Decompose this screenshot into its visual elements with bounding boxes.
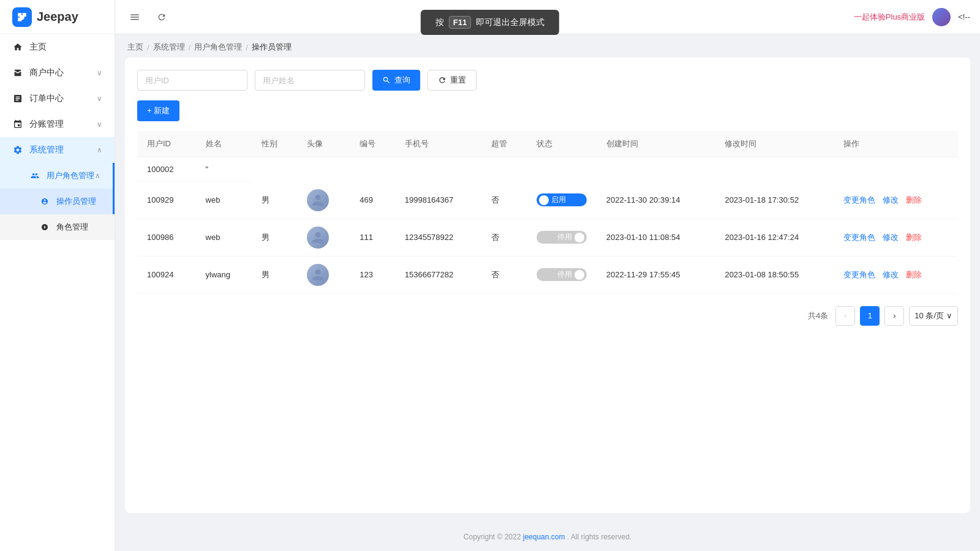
avatar bbox=[307, 227, 329, 249]
cell-userid: 100986 bbox=[137, 219, 196, 256]
content-wrapper: 主页 / 系统管理 / 用户角色管理 / 操作员管理 查询 重置 bbox=[115, 34, 980, 551]
order-icon bbox=[12, 93, 23, 104]
sidebar-item-operator-mgmt[interactable]: 操作员管理 bbox=[0, 189, 115, 214]
sidebar-label-role: 角色管理 bbox=[56, 222, 102, 233]
avatar bbox=[307, 264, 329, 286]
footer-link[interactable]: jeequan.com bbox=[523, 533, 565, 541]
prev-page-button[interactable]: ‹ bbox=[835, 306, 855, 326]
col-name: 姓名 bbox=[196, 131, 252, 157]
col-userid: 用户ID bbox=[137, 131, 196, 157]
sidebar-item-split[interactable]: 分账管理 ∨ bbox=[0, 111, 115, 137]
chevron-down-icon: ∨ bbox=[97, 69, 102, 77]
cell-modified: 2023-01-16 12:47:24 bbox=[715, 219, 834, 256]
cell-phone: 15366677282 bbox=[395, 256, 481, 293]
sidebar-item-system[interactable]: 系统管理 ∧ bbox=[0, 137, 115, 163]
change-role-link[interactable]: 变更角色 bbox=[843, 195, 875, 206]
edit-link[interactable]: 修改 bbox=[883, 269, 899, 280]
breadcrumb: 主页 / 系统管理 / 用户角色管理 / 操作员管理 bbox=[115, 34, 980, 58]
menu-toggle-button[interactable] bbox=[125, 7, 145, 27]
cell-avatar bbox=[297, 219, 350, 256]
search-button[interactable]: 查询 bbox=[372, 70, 420, 91]
content-panel: 查询 重置 + 新建 用户ID 姓名 性别 头像 bbox=[125, 58, 970, 513]
page-size-select[interactable]: 10 条/页 ∨ bbox=[909, 306, 958, 326]
change-role-link[interactable]: 变更角色 bbox=[843, 269, 875, 280]
logo: Jeepay bbox=[0, 0, 115, 34]
cell-super: 否 bbox=[481, 219, 527, 256]
page-size-chevron: ∨ bbox=[946, 311, 952, 320]
logo-text: Jeepay bbox=[37, 10, 78, 24]
cell-gender: 男 bbox=[252, 219, 297, 256]
avatar bbox=[307, 189, 329, 211]
edit-link[interactable]: 修改 bbox=[883, 195, 899, 206]
search-username-input[interactable] bbox=[255, 70, 365, 91]
new-button[interactable]: + 新建 bbox=[137, 100, 179, 121]
chevron-up-icon: ∧ bbox=[97, 146, 102, 154]
main-content: 一起体验Plus商业版 <!-- 按 F11 即可退出全屏模式 主页 / 系统管… bbox=[115, 0, 980, 551]
cell-avatar bbox=[297, 256, 350, 293]
cell-phone: 19998164367 bbox=[395, 182, 481, 219]
cell-userid: 100929 bbox=[137, 182, 196, 219]
breadcrumb-home[interactable]: 主页 bbox=[127, 42, 143, 53]
chevron-down-icon-2: ∨ bbox=[97, 94, 102, 103]
fullscreen-toast: 按 F11 即可退出全屏模式 bbox=[421, 10, 559, 35]
status-toggle[interactable]: 停用 bbox=[537, 268, 587, 281]
col-actions: 操作 bbox=[834, 131, 958, 157]
cell-super: 否 bbox=[481, 256, 527, 293]
footer: Copyright © 2022 jeequan.com . All right… bbox=[115, 523, 980, 551]
page-1-button[interactable]: 1 bbox=[860, 306, 880, 326]
refresh-button[interactable] bbox=[152, 7, 172, 27]
cell-phone: 12345578922 bbox=[395, 219, 481, 256]
header-left bbox=[125, 7, 172, 27]
cell-name: ylwang bbox=[196, 256, 252, 293]
delete-link[interactable]: 删除 bbox=[906, 269, 922, 280]
sidebar-item-home[interactable]: 主页 bbox=[0, 34, 115, 60]
cell-name: web bbox=[196, 182, 252, 219]
delete-link[interactable]: 删除 bbox=[906, 195, 922, 206]
cell-actions: 变更角色 修改 删除 bbox=[834, 256, 958, 293]
table-row: 100002 " bbox=[137, 157, 958, 182]
sidebar-item-merchant[interactable]: 商户中心 ∨ bbox=[0, 60, 115, 86]
pagination: 共4条 ‹ 1 › 10 条/页 ∨ bbox=[137, 306, 958, 326]
sidebar-label-operator: 操作员管理 bbox=[56, 196, 100, 207]
reset-btn-label: 重置 bbox=[450, 75, 466, 86]
cell-name: " bbox=[196, 157, 252, 182]
status-toggle[interactable]: 启用 bbox=[537, 193, 587, 206]
cell-super: 否 bbox=[481, 182, 527, 219]
col-avatar: 头像 bbox=[297, 131, 350, 157]
sep1: / bbox=[147, 43, 149, 52]
breadcrumb-system[interactable]: 系统管理 bbox=[153, 42, 185, 53]
next-page-button[interactable]: › bbox=[884, 306, 904, 326]
change-role-link[interactable]: 变更角色 bbox=[843, 232, 875, 243]
store-icon bbox=[12, 67, 23, 78]
reset-button[interactable]: 重置 bbox=[428, 70, 477, 91]
new-btn-label: + 新建 bbox=[147, 105, 170, 116]
cell-created: 2022-11-30 20:39:14 bbox=[597, 182, 715, 219]
delete-link[interactable]: 删除 bbox=[906, 232, 922, 243]
cell-code: 111 bbox=[350, 219, 395, 256]
cell-modified: 2023-01-08 18:50:55 bbox=[715, 256, 834, 293]
avatar bbox=[932, 8, 951, 26]
settings-icon bbox=[12, 144, 23, 156]
status-toggle[interactable]: 停用 bbox=[537, 231, 587, 244]
sidebar-label-system: 系统管理 bbox=[29, 144, 97, 156]
sep3: / bbox=[246, 43, 248, 52]
sidebar-item-user-role[interactable]: 用户角色管理 ∧ bbox=[0, 163, 115, 189]
plus-link[interactable]: 一起体验Plus商业版 bbox=[854, 12, 925, 23]
sidebar-item-role-mgmt[interactable]: 角色管理 bbox=[0, 214, 115, 240]
cell-status: 停用 bbox=[527, 256, 597, 293]
split-icon bbox=[12, 119, 23, 130]
breadcrumb-role-mgmt[interactable]: 用户角色管理 bbox=[194, 42, 242, 53]
chevron-down-icon-3: ∨ bbox=[97, 120, 102, 129]
sidebar-item-orders[interactable]: 订单中心 ∨ bbox=[0, 86, 115, 111]
cell-created: 2022-11-29 17:55:45 bbox=[597, 256, 715, 293]
logo-icon bbox=[12, 7, 32, 27]
toast-suffix: 即可退出全屏模式 bbox=[476, 17, 545, 28]
sidebar-label-split: 分账管理 bbox=[29, 119, 97, 130]
edit-link[interactable]: 修改 bbox=[883, 232, 899, 243]
table-row: 100929 web 男 469 19998164367 否 启用 2022-1… bbox=[137, 182, 958, 219]
search-bar: 查询 重置 bbox=[137, 70, 958, 91]
sidebar-label-orders: 订单中心 bbox=[29, 93, 97, 104]
search-userid-input[interactable] bbox=[137, 70, 247, 91]
operator-icon bbox=[39, 196, 50, 207]
cell-actions: 变更角色 修改 删除 bbox=[834, 182, 958, 219]
